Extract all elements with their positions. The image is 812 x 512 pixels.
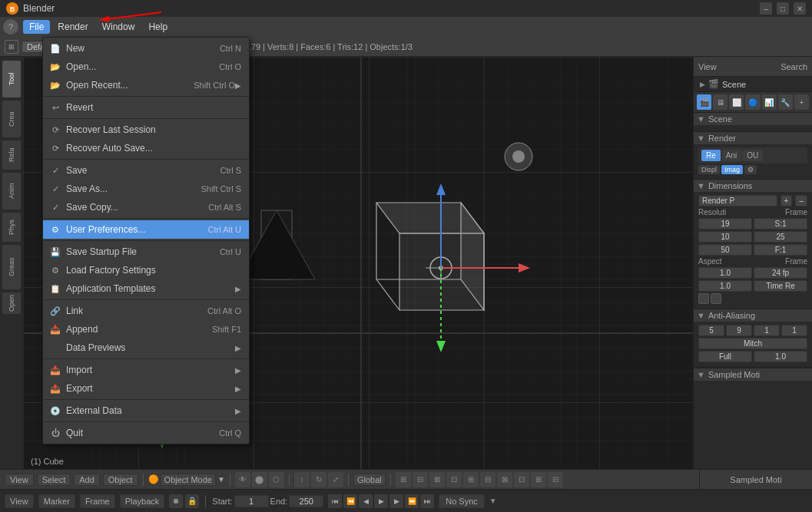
aa-val1[interactable]: 5 (698, 325, 724, 336)
menu-file[interactable]: File (23, 20, 50, 34)
menu-import[interactable]: 📥 Import ▶ (43, 361, 249, 379)
vbar-add[interactable]: Add (74, 474, 100, 486)
sidebar-tab-grease[interactable]: Greas (2, 244, 22, 290)
menu-user-prefs[interactable]: ⚙ User Preferences... Ctrl Alt U (43, 220, 249, 239)
vbar-icon-5[interactable]: ⊞ (463, 472, 479, 487)
render-tab-ou[interactable]: OU (742, 150, 763, 161)
end-value[interactable]: 250 (289, 495, 323, 507)
play-prev-frame[interactable]: ◀ (359, 494, 373, 508)
vbar-icon-10[interactable]: ⊟ (548, 472, 563, 487)
play-jump-start[interactable]: ⏮ (328, 494, 342, 508)
scene-tree-item-sce[interactable]: ▶ 🎬 Scene (697, 78, 809, 90)
checkbox1[interactable] (698, 293, 709, 304)
close-button[interactable]: ✕ (794, 2, 806, 15)
frame-step2[interactable]: 25 (754, 231, 807, 243)
sidebar-tab-physics[interactable]: Phys (2, 212, 22, 243)
menu-recover-last[interactable]: ⟳ Recover Last Session (43, 121, 249, 139)
aa-val4[interactable]: 1 (781, 325, 807, 336)
plus-icon[interactable]: + (781, 195, 793, 206)
aspect-y[interactable]: 1.0 (698, 280, 752, 292)
menu-render[interactable]: Render (51, 20, 94, 34)
menu-open[interactable]: 📂 Open... Ctrl O (43, 58, 249, 76)
menu-new[interactable]: 📄 New Ctrl N (43, 39, 249, 58)
vbar-icon-solid[interactable]: ⬤ (252, 472, 267, 487)
play-jump-end[interactable]: ⏭ (420, 494, 434, 508)
time-remap[interactable]: Time Re (754, 280, 807, 292)
vbar-icon-rotate[interactable]: ↻ (311, 472, 326, 487)
status-frame[interactable]: Frame (80, 494, 115, 508)
file-menu[interactable]: 📄 New Ctrl N 📂 Open... Ctrl O 📂 Open Rec… (42, 37, 250, 444)
menu-app-templates[interactable]: 📋 Application Templates ▶ (43, 279, 249, 298)
menu-open-recent[interactable]: 📂 Open Recent... Shift Ctrl O ▶ (43, 76, 249, 94)
menu-data-previews[interactable]: Data Previews ▶ (43, 339, 249, 357)
frame-step-s[interactable]: S:1 (754, 218, 807, 230)
prop-icon-more[interactable]: + (794, 94, 809, 110)
minus-icon[interactable]: – (795, 195, 807, 206)
menu-save-startup[interactable]: 💾 Save Startup File Ctrl U (43, 243, 249, 261)
sidebar-tab-tool[interactable]: Tool (2, 60, 22, 98)
aa-val2[interactable]: 9 (726, 325, 752, 336)
play-next-frame[interactable]: ▶ (389, 494, 403, 508)
search-label[interactable]: Search (781, 62, 807, 71)
prop-icon-object[interactable]: ⬜ (729, 94, 744, 110)
render-subtab-imag[interactable]: Imag (721, 165, 743, 174)
aspect-x[interactable]: 1.0 (698, 267, 752, 279)
help-icon[interactable]: ? (3, 19, 18, 35)
render-subtab-displ[interactable]: Displ (698, 165, 720, 174)
prop-icon-data[interactable]: 📊 (762, 94, 777, 110)
vbar-icon-6[interactable]: ⊟ (480, 472, 495, 487)
menu-load-factory[interactable]: ⚙ Load Factory Settings (43, 261, 249, 279)
checkbox2[interactable] (711, 293, 721, 304)
menu-revert[interactable]: ↩ Revert (43, 98, 249, 117)
aa-val3[interactable]: 1 (754, 325, 780, 336)
vbar-icon-4[interactable]: ⊡ (446, 472, 462, 487)
start-value[interactable]: 1 (234, 495, 269, 507)
render-section-title[interactable]: ▼ Render (694, 132, 812, 144)
play-button[interactable]: ▶ (374, 494, 388, 508)
render-subtab-icon[interactable]: ⚙ (744, 165, 757, 174)
render-preset[interactable]: Render P (698, 195, 777, 206)
render-tab-ani[interactable]: Ani (721, 150, 741, 161)
sidebar-tab-create[interactable]: Crea (2, 100, 22, 138)
aa-section-title[interactable]: ▼ Anti-Aliasing (694, 309, 812, 322)
sidebar-tab-animation[interactable]: Anim (2, 172, 22, 210)
scene-section-title[interactable]: ▼ Scene (694, 113, 812, 125)
prop-icon-render[interactable]: 🖥 (713, 94, 727, 110)
status-view[interactable]: View (5, 494, 34, 508)
menu-export[interactable]: 📤 Export ▶ (43, 379, 249, 398)
status-icon-lock[interactable]: 🔒 (185, 494, 199, 508)
vbar-icon-7[interactable]: ⊠ (497, 472, 512, 487)
status-icon-record[interactable]: ⏺ (169, 494, 183, 508)
menu-window[interactable]: Window (96, 20, 141, 34)
global-dropdown[interactable]: Global (353, 474, 386, 486)
prop-icon-material[interactable]: 🔵 (745, 94, 760, 110)
maximize-button[interactable]: □ (777, 2, 789, 15)
sidebar-tab-relations[interactable]: Rela (2, 140, 22, 170)
vbar-icon-2[interactable]: ⊟ (413, 472, 428, 487)
render-tab-re[interactable]: Re (701, 150, 721, 161)
object-mode-dropdown[interactable]: Object Mode (161, 474, 216, 486)
mode-dropdown-arrow[interactable]: ▼ (217, 475, 225, 484)
menu-recover-auto[interactable]: ⟳ Recover Auto Save... (43, 139, 249, 157)
resolution-x[interactable]: 19 (698, 218, 752, 230)
vbar-select[interactable]: Select (37, 474, 71, 486)
aa-preset[interactable]: Mitch (698, 338, 807, 349)
frame-f[interactable]: F:1 (754, 244, 807, 256)
nosync-arrow[interactable]: ▼ (489, 497, 497, 505)
resolution-y[interactable]: 10 (698, 231, 752, 243)
vbar-view[interactable]: View (5, 474, 34, 486)
vbar-icon-view[interactable]: 👁 (235, 472, 250, 487)
sampled-title[interactable]: ▼ Sampled Moti (694, 368, 812, 381)
prop-icon-modifier[interactable]: 🔧 (778, 94, 793, 110)
play-next-keyframe[interactable]: ⏩ (405, 494, 419, 508)
menu-save[interactable]: ✓ Save Ctrl S (43, 161, 249, 180)
menu-quit[interactable]: ⏻ Quit Ctrl Q (43, 424, 249, 442)
menu-append[interactable]: 📥 Append Shift F1 (43, 320, 249, 339)
menu-external-data[interactable]: 💿 External Data ▶ (43, 401, 249, 420)
grid-icon[interactable]: ⊞ (5, 40, 18, 54)
menu-save-as[interactable]: ✓ Save As... Shift Ctrl S (43, 180, 249, 198)
status-playback[interactable]: Playback (120, 494, 165, 508)
vbar-icon-1[interactable]: ⊞ (396, 472, 411, 487)
scale[interactable]: 50 (698, 244, 752, 256)
menu-save-copy[interactable]: ✓ Save Copy... Ctrl Alt S (43, 198, 249, 216)
